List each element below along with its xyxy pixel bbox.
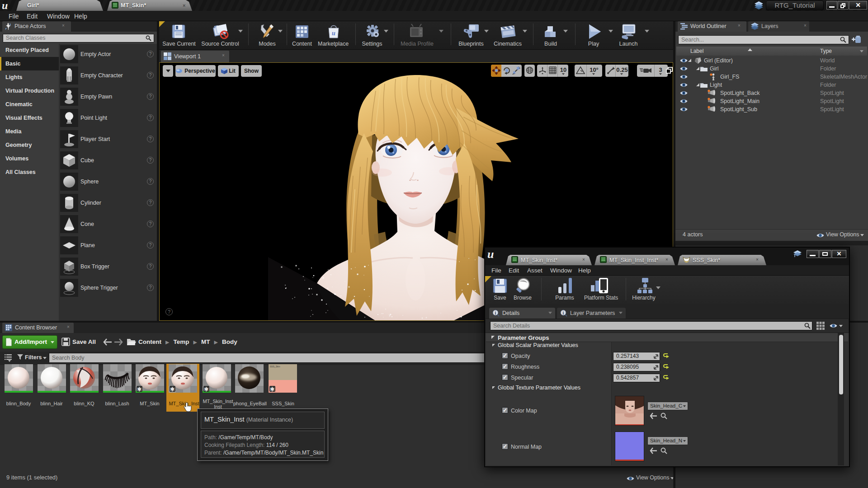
svg-text:i: i xyxy=(563,310,564,315)
svg-text:i: i xyxy=(495,310,496,315)
svg-text:u: u xyxy=(332,30,335,37)
